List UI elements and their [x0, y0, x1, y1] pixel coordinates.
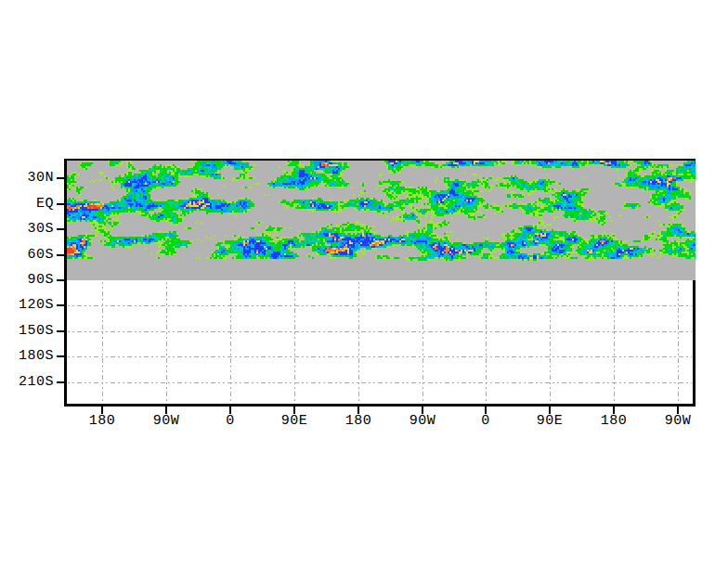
axes-layer — [0, 0, 728, 568]
y-tick-label: 60S — [0, 248, 54, 263]
y-tick — [57, 228, 64, 230]
y-tick — [57, 304, 64, 306]
x-tick-label: 90W — [648, 414, 708, 429]
y-tick-label: 30N — [0, 171, 54, 186]
y-tick-label: 120S — [0, 298, 54, 313]
y-tick-label: EQ — [0, 197, 54, 212]
y-tick — [57, 177, 64, 179]
y-tick-label: 90S — [0, 273, 54, 288]
x-tick-label: 0 — [456, 414, 515, 429]
frame-bottom — [64, 404, 696, 407]
y-tick — [57, 203, 64, 205]
x-tick-label: 90E — [265, 414, 324, 429]
y-tick-label: 30S — [0, 222, 54, 237]
y-tick — [57, 279, 64, 281]
y-tick — [57, 254, 64, 256]
y-tick — [57, 381, 64, 383]
x-tick-label: 0 — [201, 414, 260, 429]
x-tick-label: 90E — [520, 414, 579, 429]
grads-heatmap-figure: 30NEQ30S60S90S120S150S180S210S 18090W090… — [0, 0, 728, 568]
y-tick — [57, 355, 64, 357]
x-tick-label: 180 — [584, 414, 644, 429]
shaded-field-raster — [67, 161, 696, 280]
y-tick-label: 150S — [0, 324, 54, 339]
x-tick-label: 90W — [136, 414, 196, 429]
y-tick — [57, 330, 64, 332]
y-tick-label: 180S — [0, 349, 54, 364]
y-tick-label: 210S — [0, 375, 54, 390]
x-tick-label: 180 — [329, 414, 388, 429]
x-tick-label: 90W — [393, 414, 452, 429]
x-tick-label: 180 — [72, 414, 132, 429]
